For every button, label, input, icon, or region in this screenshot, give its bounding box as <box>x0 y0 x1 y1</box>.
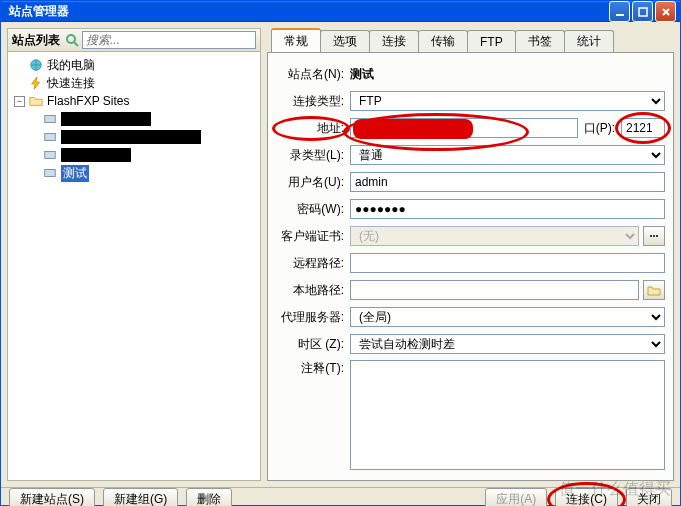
svg-point-11 <box>650 235 652 237</box>
address-field[interactable] <box>350 118 578 138</box>
sidebar-title: 站点列表 <box>12 32 60 49</box>
svg-rect-0 <box>616 14 624 16</box>
sitename-value: 测试 <box>350 66 374 83</box>
redacted-label <box>61 112 151 126</box>
port-label: 口(P): <box>582 120 617 137</box>
tree-node-quick[interactable]: 快速连接 <box>12 74 256 92</box>
address-label: 地址: <box>276 120 346 137</box>
minimize-button[interactable] <box>609 1 630 22</box>
proxy-label: 代理服务器: <box>276 309 346 326</box>
user-field[interactable] <box>350 172 665 192</box>
search-input[interactable] <box>82 31 256 49</box>
close-button[interactable] <box>655 1 676 22</box>
remotepath-label: 远程路径: <box>276 255 346 272</box>
pass-label: 密码(W): <box>276 201 346 218</box>
footer: 新建站点(S) 新建组(G) 删除 应用(A) 连接(C) 关闭 <box>1 487 680 506</box>
tree-node-mycomputer[interactable]: 我的电脑 <box>12 56 256 74</box>
folder-open-icon <box>28 93 44 109</box>
globe-icon <box>28 57 44 73</box>
proxy-select[interactable]: (全局) <box>350 307 665 327</box>
svg-line-5 <box>74 42 78 46</box>
search-icon <box>64 32 80 48</box>
titlebar[interactable]: 站点管理器 <box>1 1 680 22</box>
right-panel: 常规 选项 连接 传输 FTP 书签 统计 站点名(N): 测试 连接类型: F… <box>267 28 674 481</box>
svg-rect-7 <box>45 116 56 123</box>
redacted-address <box>353 119 473 139</box>
conntype-label: 连接类型: <box>276 93 346 110</box>
tree-node-sites[interactable]: − FlashFXP Sites <box>12 92 256 110</box>
notes-field[interactable] <box>350 360 665 470</box>
tab-options[interactable]: 选项 <box>320 30 370 52</box>
newsite-button[interactable]: 新建站点(S) <box>9 488 95 506</box>
left-panel: 站点列表 我的电脑 快速连接 − <box>7 28 261 481</box>
connect-button[interactable]: 连接(C) <box>555 488 618 506</box>
tab-bookmarks[interactable]: 书签 <box>515 30 565 52</box>
user-label: 用户名(U): <box>276 174 346 191</box>
delete-button[interactable]: 删除 <box>186 488 232 506</box>
tz-label: 时区 (Z): <box>276 336 346 353</box>
newgroup-button[interactable]: 新建组(G) <box>103 488 178 506</box>
tab-transfer[interactable]: 传输 <box>418 30 468 52</box>
localpath-field[interactable] <box>350 280 639 300</box>
svg-rect-9 <box>45 152 56 159</box>
tree-node-redacted[interactable] <box>12 146 256 164</box>
collapse-icon[interactable]: − <box>14 96 25 107</box>
conntype-select[interactable]: FTP <box>350 91 665 111</box>
tab-bar: 常规 选项 连接 传输 FTP 书签 统计 <box>267 28 674 52</box>
port-field[interactable] <box>621 118 665 138</box>
tab-connection[interactable]: 连接 <box>369 30 419 52</box>
tz-select[interactable]: 尝试自动检测时差 <box>350 334 665 354</box>
close-button-footer[interactable]: 关闭 <box>626 488 672 506</box>
svg-point-4 <box>67 35 75 43</box>
redacted-label <box>61 148 131 162</box>
localpath-browse-button[interactable] <box>643 280 665 300</box>
site-icon <box>42 129 58 145</box>
remotepath-field[interactable] <box>350 253 665 273</box>
redacted-label <box>61 130 201 144</box>
cert-label: 客户端证书: <box>276 228 346 245</box>
site-icon <box>42 165 58 181</box>
tab-general[interactable]: 常规 <box>271 28 321 52</box>
svg-rect-1 <box>639 8 647 16</box>
sidebar-header: 站点列表 <box>7 28 261 52</box>
tab-stats[interactable]: 统计 <box>564 30 614 52</box>
notes-label: 注释(T): <box>276 360 346 377</box>
svg-point-13 <box>656 235 658 237</box>
sitename-label: 站点名(N): <box>276 66 346 83</box>
tree-node-redacted[interactable] <box>12 110 256 128</box>
site-icon <box>42 111 58 127</box>
svg-point-12 <box>653 235 655 237</box>
logintype-select[interactable]: 普通 <box>350 145 665 165</box>
logintype-label: 录类型(L): <box>276 147 346 164</box>
window-title: 站点管理器 <box>5 3 609 20</box>
maximize-button[interactable] <box>632 1 653 22</box>
folder-icon <box>647 284 661 296</box>
svg-rect-10 <box>45 170 56 177</box>
pass-field[interactable] <box>350 199 665 219</box>
site-icon <box>42 147 58 163</box>
svg-rect-8 <box>45 134 56 141</box>
cert-select: (无) <box>350 226 639 246</box>
site-tree[interactable]: 我的电脑 快速连接 − FlashFXP Sites <box>7 52 261 481</box>
tab-ftp[interactable]: FTP <box>467 30 516 52</box>
window: 站点管理器 站点列表 我的电脑 <box>0 0 681 506</box>
localpath-label: 本地路径: <box>276 282 346 299</box>
apply-button[interactable]: 应用(A) <box>485 488 547 506</box>
tree-node-redacted[interactable] <box>12 128 256 146</box>
cert-browse-button[interactable] <box>643 226 665 246</box>
tree-node-selected[interactable]: 测试 <box>12 164 256 182</box>
bolt-icon <box>28 75 44 91</box>
dots-icon <box>648 230 660 242</box>
tab-panel-general: 站点名(N): 测试 连接类型: FTP 地址: 口(P): 录类型(L <box>267 52 674 481</box>
